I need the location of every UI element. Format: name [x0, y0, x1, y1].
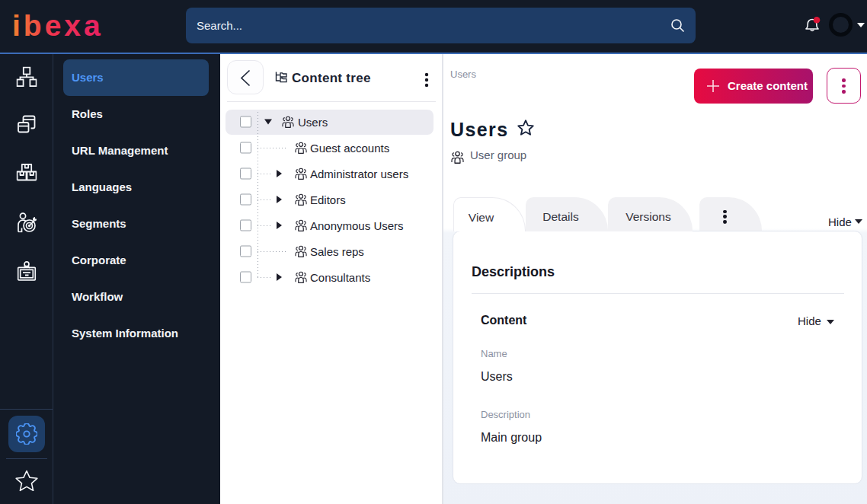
svg-text:ibexa: ibexa — [12, 9, 104, 42]
